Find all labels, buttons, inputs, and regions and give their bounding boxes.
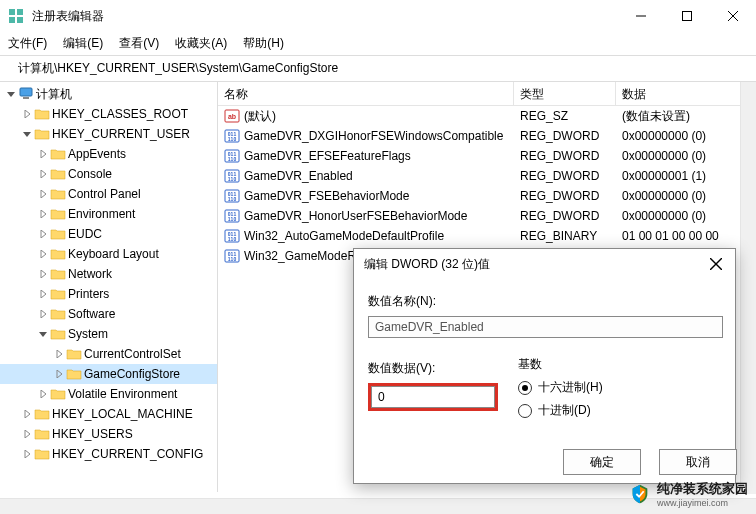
svg-marker-12 [23, 132, 31, 137]
svg-marker-14 [41, 170, 46, 178]
chevron-right-icon[interactable] [52, 350, 66, 358]
vertical-scrollbar[interactable] [740, 82, 756, 494]
svg-marker-16 [41, 210, 46, 218]
tree-item-system[interactable]: System [0, 324, 217, 344]
svg-rect-10 [23, 97, 29, 99]
chevron-right-icon[interactable] [20, 110, 34, 118]
value-data-input[interactable] [371, 386, 495, 408]
chevron-right-icon[interactable] [36, 150, 50, 158]
chevron-right-icon[interactable] [36, 390, 50, 398]
svg-rect-0 [9, 9, 15, 15]
close-button[interactable] [710, 0, 756, 32]
cancel-button[interactable]: 取消 [659, 449, 737, 475]
chevron-right-icon[interactable] [36, 250, 50, 258]
tree-item-label: Printers [68, 287, 109, 301]
chevron-right-icon[interactable] [36, 230, 50, 238]
menubar: 文件(F) 编辑(E) 查看(V) 收藏夹(A) 帮助(H) [0, 32, 756, 56]
radio-dec[interactable]: 十进制(D) [518, 402, 603, 419]
reg-binary-icon: 011110 [224, 248, 240, 264]
base-label: 基数 [518, 356, 603, 373]
tree-item-software[interactable]: Software [0, 304, 217, 324]
ok-button[interactable]: 确定 [563, 449, 641, 475]
svg-rect-2 [9, 17, 15, 23]
chevron-right-icon[interactable] [36, 290, 50, 298]
svg-rect-5 [683, 12, 692, 21]
watermark: 纯净装系统家园 www.jiayimei.com [629, 480, 748, 508]
reg-binary-icon: 011110 [224, 168, 240, 184]
menu-edit[interactable]: 编辑(E) [63, 35, 103, 52]
list-row[interactable]: 011110GameDVR_HonorUserFSEBehaviorModeRE… [218, 206, 756, 226]
value-type: REG_DWORD [514, 209, 616, 223]
value-name-input[interactable] [368, 316, 723, 338]
chevron-right-icon[interactable] [36, 270, 50, 278]
tree-item-currentcontrolset[interactable]: CurrentControlSet [0, 344, 217, 364]
value-data: 0x00000001 (1) [616, 169, 756, 183]
radio-hex[interactable]: 十六进制(H) [518, 379, 603, 396]
tree-item-control-panel[interactable]: Control Panel [0, 184, 217, 204]
tree-item-volatile-environment[interactable]: Volatile Environment [0, 384, 217, 404]
tree-item-environment[interactable]: Environment [0, 204, 217, 224]
chevron-down-icon[interactable] [4, 90, 18, 98]
tree-item-label: AppEvents [68, 147, 126, 161]
reg-binary-icon: 011110 [224, 148, 240, 164]
tree-item-network[interactable]: Network [0, 264, 217, 284]
svg-marker-27 [25, 430, 30, 438]
tree-item-console[interactable]: Console [0, 164, 217, 184]
value-type: REG_BINARY [514, 229, 616, 243]
svg-text:110: 110 [228, 196, 237, 202]
list-row[interactable]: 011110GameDVR_DXGIHonorFSEWindowsCompati… [218, 126, 756, 146]
pc-icon [18, 86, 34, 102]
folder-icon [50, 166, 66, 182]
svg-marker-17 [41, 230, 46, 238]
tree-item-keyboard-layout[interactable]: Keyboard Layout [0, 244, 217, 264]
col-header-data[interactable]: 数据 [616, 82, 756, 105]
tree-item-hkey-local-machine[interactable]: HKEY_LOCAL_MACHINE [0, 404, 217, 424]
tree-item-hkey-classes-root[interactable]: HKEY_CLASSES_ROOT [0, 104, 217, 124]
menu-help[interactable]: 帮助(H) [243, 35, 284, 52]
svg-marker-23 [57, 350, 62, 358]
maximize-button[interactable] [664, 0, 710, 32]
chevron-right-icon[interactable] [36, 190, 50, 198]
folder-icon [50, 306, 66, 322]
tree-item-label: Control Panel [68, 187, 141, 201]
chevron-right-icon[interactable] [20, 430, 34, 438]
menu-view[interactable]: 查看(V) [119, 35, 159, 52]
folder-icon [50, 266, 66, 282]
list-row[interactable]: 011110GameDVR_EnabledREG_DWORD0x00000001… [218, 166, 756, 186]
minimize-button[interactable] [618, 0, 664, 32]
tree-item-appevents[interactable]: AppEvents [0, 144, 217, 164]
tree-item-hkey-current-config[interactable]: HKEY_CURRENT_CONFIG [0, 444, 217, 464]
folder-icon [50, 226, 66, 242]
list-row[interactable]: 011110Win32_AutoGameModeDefaultProfileRE… [218, 226, 756, 246]
tree-item-label: Keyboard Layout [68, 247, 159, 261]
tree-item-printers[interactable]: Printers [0, 284, 217, 304]
col-header-name[interactable]: 名称 [218, 82, 514, 105]
chevron-down-icon[interactable] [36, 330, 50, 338]
value-data: (数值未设置) [616, 108, 756, 125]
tree-item-计算机[interactable]: 计算机 [0, 84, 217, 104]
list-row[interactable]: 011110GameDVR_EFSEFeatureFlagsREG_DWORD0… [218, 146, 756, 166]
chevron-right-icon[interactable] [20, 450, 34, 458]
tree-item-eudc[interactable]: EUDC [0, 224, 217, 244]
list-row[interactable]: ab(默认)REG_SZ(数值未设置) [218, 106, 756, 126]
tree-item-hkey-users[interactable]: HKEY_USERS [0, 424, 217, 444]
svg-text:110: 110 [228, 176, 237, 182]
address-bar[interactable]: 计算机\HKEY_CURRENT_USER\System\GameConfigS… [0, 56, 756, 82]
chevron-down-icon[interactable] [20, 130, 34, 138]
chevron-right-icon[interactable] [52, 370, 66, 378]
folder-icon [50, 286, 66, 302]
chevron-right-icon[interactable] [20, 410, 34, 418]
watermark-sub: www.jiayimei.com [657, 498, 748, 508]
menu-file[interactable]: 文件(F) [8, 35, 47, 52]
chevron-right-icon[interactable] [36, 210, 50, 218]
tree-item-hkey-current-user[interactable]: HKEY_CURRENT_USER [0, 124, 217, 144]
dialog-close-button[interactable] [701, 249, 731, 279]
menu-favorites[interactable]: 收藏夹(A) [175, 35, 227, 52]
chevron-right-icon[interactable] [36, 170, 50, 178]
list-row[interactable]: 011110GameDVR_FSEBehaviorModeREG_DWORD0x… [218, 186, 756, 206]
tree-item-label: EUDC [68, 227, 102, 241]
tree-item-gameconfigstore[interactable]: GameConfigStore [0, 364, 217, 384]
col-header-type[interactable]: 类型 [514, 82, 616, 105]
svg-marker-25 [41, 390, 46, 398]
chevron-right-icon[interactable] [36, 310, 50, 318]
